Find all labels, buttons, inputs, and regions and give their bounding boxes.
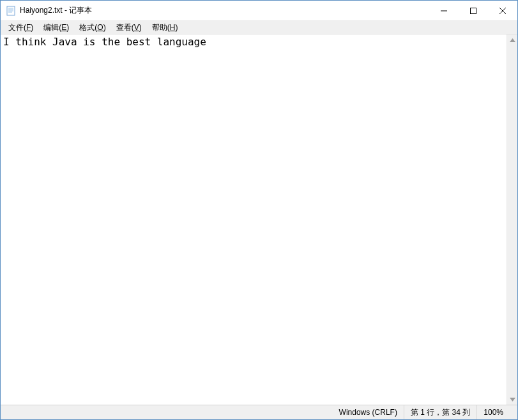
window-controls <box>429 1 517 20</box>
maximize-button[interactable] <box>459 1 488 20</box>
content-area: I think Java is the best language <box>1 34 517 405</box>
menubar: 文件(F) 编辑(E) 格式(O) 查看(V) 帮助(H) <box>1 21 517 34</box>
status-encoding: Windows (CRLF) <box>333 405 404 419</box>
scroll-down-icon[interactable] <box>507 394 518 405</box>
statusbar: Windows (CRLF) 第 1 行，第 34 列 100% <box>1 405 517 419</box>
menu-view[interactable]: 查看(V) <box>111 22 147 34</box>
vertical-scrollbar[interactable] <box>507 34 517 405</box>
close-button[interactable] <box>488 1 517 20</box>
scroll-up-icon[interactable] <box>507 34 518 45</box>
menu-file[interactable]: 文件(F) <box>3 22 38 34</box>
status-position: 第 1 行，第 34 列 <box>404 405 476 419</box>
window-title: Haiyong2.txt - 记事本 <box>20 5 429 16</box>
menu-help[interactable]: 帮助(H) <box>147 22 183 34</box>
status-zoom: 100% <box>476 405 516 419</box>
app-icon <box>6 6 16 16</box>
minimize-button[interactable] <box>429 1 459 20</box>
menu-format[interactable]: 格式(O) <box>74 22 110 34</box>
titlebar[interactable]: Haiyong2.txt - 记事本 <box>1 1 517 21</box>
svg-rect-6 <box>471 8 476 13</box>
menu-edit[interactable]: 编辑(E) <box>38 22 74 34</box>
notepad-window: Haiyong2.txt - 记事本 文件(F) 编辑(E) 格式(O) 查看(… <box>0 0 518 420</box>
text-editor[interactable]: I think Java is the best language <box>1 34 507 405</box>
